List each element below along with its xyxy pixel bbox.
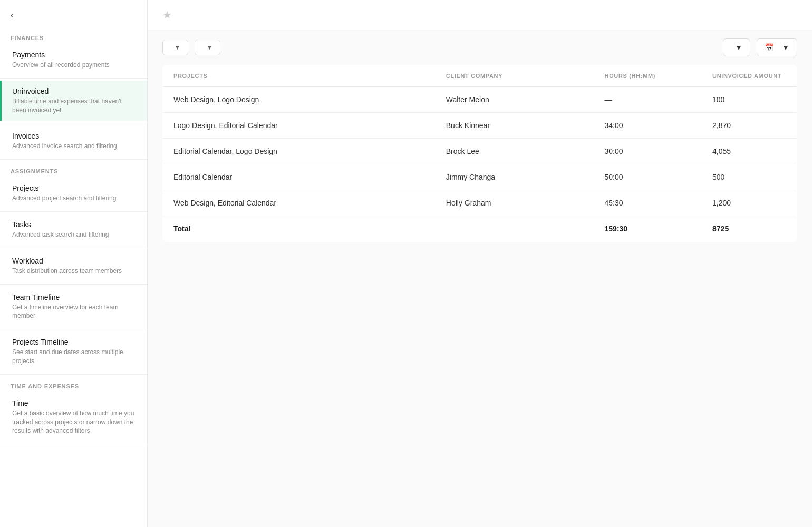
cell-client-2: Brock Lee	[436, 139, 594, 164]
sidebar-item-desc-uninvoiced: Billable time and expenses that haven't …	[12, 97, 137, 115]
sidebar-item-title-payments: Payments	[12, 51, 137, 59]
custom-period-dropdown[interactable]: ▼	[723, 38, 750, 56]
cell-amount-4: 1,200	[702, 190, 797, 216]
cell-client-3: Jimmy Changa	[436, 164, 594, 190]
cell-hours-3: 50:00	[594, 164, 702, 190]
sidebar-divider	[0, 248, 147, 248]
sidebar-item-desc-time: Get a basic overview of how much time yo…	[12, 409, 137, 435]
sidebar-item-workload[interactable]: WorkloadTask distribution across team me…	[0, 250, 147, 282]
sidebar-item-title-team-timeline: Team Timeline	[12, 293, 137, 301]
cell-hours-0: —	[594, 87, 702, 113]
cell-projects-3: Editorial Calendar	[163, 164, 436, 190]
calendar-icon: 📅	[765, 43, 774, 52]
cell-client-1: Buck Kinnear	[436, 113, 594, 139]
cell-client-0: Walter Melon	[436, 87, 594, 113]
sidebar-section-label-time-and-expenses: TIME AND EXPENSES	[0, 377, 147, 393]
sidebar-item-desc-payments: Overview of all recorded payments	[12, 61, 137, 70]
sidebar-item-projects-timeline[interactable]: Projects TimelineSee start and due dates…	[0, 331, 147, 372]
cell-amount-1: 2,870	[702, 113, 797, 139]
cell-amount-2: 4,055	[702, 139, 797, 164]
filters-bar: ▼ ▼ ▼ 📅 ▼	[148, 30, 812, 65]
sidebar-item-title-time: Time	[12, 399, 137, 407]
sidebar-divider	[0, 123, 147, 123]
main-content: ★ ▼ ▼ ▼ 📅 ▼ PROJECTS	[148, 0, 812, 527]
sidebar-divider	[0, 444, 147, 444]
date-range-dropdown[interactable]: 📅 ▼	[757, 38, 797, 56]
table-header-row: PROJECTS CLIENT COMPANY HOURS (HH:MM) UN…	[163, 65, 797, 87]
cell-amount-0: 100	[702, 87, 797, 113]
col-header-hours: HOURS (HH:MM)	[594, 65, 702, 87]
sidebar-divider	[0, 211, 147, 212]
cell-hours-4: 45:30	[594, 190, 702, 216]
sidebar-item-payments[interactable]: PaymentsOverview of all recorded payment…	[0, 44, 147, 76]
header-left: ★	[162, 8, 178, 21]
page-header: ★	[148, 0, 812, 30]
sidebar-item-desc-projects-timeline: See start and due dates across multiple …	[12, 348, 137, 366]
sidebar-item-title-tasks: Tasks	[12, 220, 137, 229]
col-header-amount: UNINVOICED AMOUNT	[702, 65, 797, 87]
table-row: Editorial CalendarJimmy Changa50:00500	[163, 164, 797, 190]
cell-projects-2: Editorial Calendar, Logo Design	[163, 139, 436, 164]
total-client-empty	[436, 216, 594, 242]
client-filter-dropdown[interactable]: ▼	[162, 40, 188, 55]
sidebar-divider	[0, 374, 147, 375]
sidebar-item-tasks[interactable]: TasksAdvanced task search and filtering	[0, 214, 147, 246]
sidebar-section-label-finances: FINANCES	[0, 28, 147, 44]
sidebar-item-title-workload: Workload	[12, 257, 137, 265]
sidebar-item-projects[interactable]: ProjectsAdvanced project search and filt…	[0, 178, 147, 209]
table-row: Web Design, Logo DesignWalter Melon—100	[163, 87, 797, 113]
col-header-client: CLIENT COMPANY	[436, 65, 594, 87]
sidebar-divider	[0, 284, 147, 285]
sidebar-section-label-assignments: ASSIGNMENTS	[0, 162, 147, 178]
cell-client-4: Holly Graham	[436, 190, 594, 216]
sidebar-item-title-projects-timeline: Projects Timeline	[12, 338, 137, 346]
sidebar-divider	[0, 159, 147, 160]
uninvoiced-table: PROJECTS CLIENT COMPANY HOURS (HH:MM) UN…	[162, 65, 797, 242]
sidebar-item-desc-tasks: Advanced task search and filtering	[12, 230, 137, 239]
total-label: Total	[163, 216, 436, 242]
cell-amount-3: 500	[702, 164, 797, 190]
sidebar-item-desc-workload: Task distribution across team members	[12, 267, 137, 276]
favorite-icon[interactable]: ★	[162, 8, 172, 21]
table-row: Web Design, Editorial CalendarHolly Grah…	[163, 190, 797, 216]
total-hours: 159:30	[594, 216, 702, 242]
cell-hours-2: 30:00	[594, 139, 702, 164]
cell-projects-4: Web Design, Editorial Calendar	[163, 190, 436, 216]
sidebar: ‹ FINANCESPaymentsOverview of all record…	[0, 0, 148, 527]
cell-projects-0: Web Design, Logo Design	[163, 87, 436, 113]
sidebar-item-desc-team-timeline: Get a timeline overview for each team me…	[12, 303, 137, 321]
sidebar-item-invoices[interactable]: InvoicesAdvanced invoice search and filt…	[0, 125, 147, 157]
table-row: Editorial Calendar, Logo DesignBrock Lee…	[163, 139, 797, 164]
project-filter-dropdown[interactable]: ▼	[195, 40, 220, 55]
client-chevron-icon: ▼	[175, 44, 180, 51]
back-arrow-icon: ‹	[11, 11, 13, 20]
sidebar-divider	[0, 78, 147, 79]
table-body: Web Design, Logo DesignWalter Melon—100L…	[163, 87, 797, 242]
sidebar-item-time[interactable]: TimeGet a basic overview of how much tim…	[0, 393, 147, 442]
sidebar-item-uninvoiced[interactable]: UninvoicedBillable time and expenses tha…	[0, 81, 147, 121]
cell-hours-1: 34:00	[594, 113, 702, 139]
total-amount: 8725	[702, 216, 797, 242]
sidebar-item-title-uninvoiced: Uninvoiced	[12, 87, 137, 95]
sidebar-item-title-invoices: Invoices	[12, 132, 137, 140]
sidebar-item-desc-projects: Advanced project search and filtering	[12, 194, 137, 203]
sidebar-item-desc-invoices: Advanced invoice search and filtering	[12, 142, 137, 151]
sidebar-item-team-timeline[interactable]: Team TimelineGet a timeline overview for…	[0, 287, 147, 327]
sidebar-item-title-projects: Projects	[12, 184, 137, 192]
project-chevron-icon: ▼	[207, 44, 212, 51]
col-header-projects: PROJECTS	[163, 65, 436, 87]
cell-projects-1: Logo Design, Editorial Calendar	[163, 113, 436, 139]
date-range-chevron-icon: ▼	[782, 43, 789, 52]
table-container: PROJECTS CLIENT COMPANY HOURS (HH:MM) UN…	[148, 65, 812, 527]
table-row: Logo Design, Editorial CalendarBuck Kinn…	[163, 113, 797, 139]
back-button[interactable]: ‹	[0, 0, 147, 28]
table-total-row: Total159:308725	[163, 216, 797, 242]
sidebar-divider	[0, 329, 147, 329]
custom-chevron-icon: ▼	[735, 43, 742, 52]
